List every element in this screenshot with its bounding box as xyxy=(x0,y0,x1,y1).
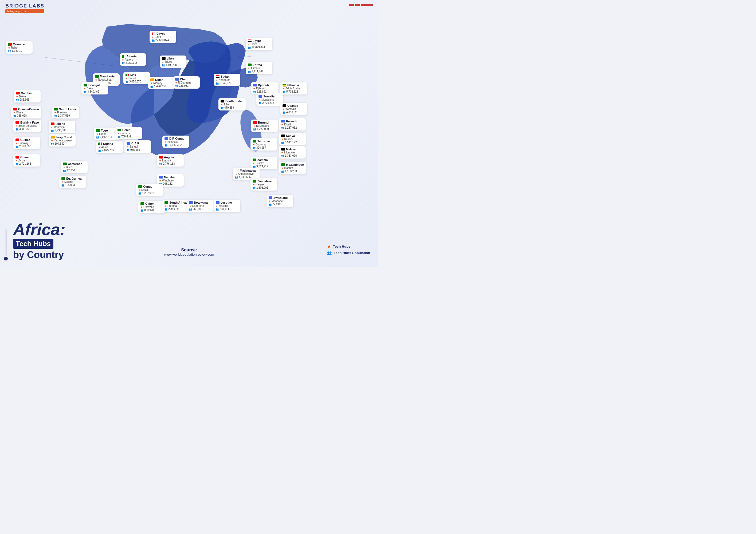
country-card-mozambique: Mozambique ★Maputo 👥1,193,253 xyxy=(279,162,306,174)
country-card-tanzania: Tanzania ★Dodoma 👥324,997 xyxy=(251,138,277,150)
country-card-burundi: Burundi ★Bujumbura 👥1,277,050 xyxy=(251,119,278,132)
main-container: BRIDGE LABS Infographics xyxy=(0,0,378,267)
legend-people-icon: 👥 xyxy=(327,251,332,255)
country-card-swaziland: Swaziland ★Mbabane 👥72,218 xyxy=(266,195,293,207)
country-card-senegal: Senegal ★Dakar 👥3,540,462 xyxy=(81,82,108,94)
country-card-zimbabwe: Zimbabwe ★Harare 👥1,603,201 xyxy=(251,178,277,191)
country-card-sudan: Sudan ★Khartoum 👥6,542,070 xyxy=(214,74,240,86)
legend-star-icon: ★ xyxy=(327,244,331,249)
legend-tech-hubs-label: Tech Hubs xyxy=(333,244,351,248)
title-text-block: Africa: Tech Hubs by Country xyxy=(13,221,66,261)
deco-bar-3 xyxy=(361,4,373,6)
vertical-line xyxy=(6,230,6,256)
country-card-liberia: Liberia ★Monrovia 👥1,735,365 xyxy=(49,121,75,133)
country-card-gabon: Gabon ★Libreville 👥883,920 xyxy=(138,201,165,213)
country-card-niger: Niger ★Niamey 👥1,496,258 xyxy=(148,77,175,89)
country-card-chad: Chad ★N'Djamena 👥721,081 xyxy=(173,76,200,89)
country-card-malawi: Malawi ★Lilongwe 👥1,333,096 xyxy=(279,146,306,159)
country-card-gambia: Gambia ★Banjul 👥985,965 xyxy=(14,90,40,102)
legend-population-label: Tech Hubs Population xyxy=(334,251,370,255)
brand-subtitle: Infographics xyxy=(5,9,44,13)
legend-tech-hubs: ★ Tech Hubs xyxy=(327,244,370,249)
country-card-angola: Angola ★Luanda 👥2,776,168 xyxy=(157,154,184,166)
country-card-burkina-faso: Burkina Faso ★Bobo-Dioulasso 👥360,106 xyxy=(14,119,41,132)
country-card-south-africa: South Africa ★Pretoria 👥2,889,899 xyxy=(162,200,189,212)
country-card-djibouti: Djibouti ★Djibouti 👥623,891 xyxy=(251,82,278,94)
top-right-decoration xyxy=(349,4,373,6)
country-card-guinea: Guinea ★Conakry 👥2,176,596 xyxy=(14,137,40,149)
country-card-nigeria: Nigeria ★Abuja 👥4,025,735 xyxy=(96,141,123,153)
brand-title: BRIDGE LABS xyxy=(5,3,44,9)
vertical-line-container xyxy=(4,230,8,261)
country-card-morocco: Morocco ★Rabat 👥1,989,197 xyxy=(6,41,33,54)
country-card-egypt: Egypt ★Cairo 👥22,623,874 xyxy=(246,38,272,50)
tech-hubs-label: Tech Hubs xyxy=(13,239,53,249)
country-card-eq-guinea: Eq. Guinea ★Malabo 👥155,963 xyxy=(59,176,86,188)
country-card-guinea-bissau: Guinea-Bissou ★Bissau 👥388,028 xyxy=(11,106,41,118)
country-card-congo: Congo ★Kigali 👥1,287,952 xyxy=(136,184,163,196)
country-card-kenya: Kenya ★Nairobi 👥5,541,172 xyxy=(279,133,306,145)
by-country-label: by Country xyxy=(13,249,66,261)
africa-title: Africa: xyxy=(13,221,66,238)
country-card-mali: Mali ★Bamako 👥3,050,570 xyxy=(123,72,150,84)
source-section: Source: www.worldpopulationreview.com xyxy=(164,248,214,256)
country-card-south-sudan: South Sudan ★Juba 👥479,359 xyxy=(218,98,246,111)
bottom-title-section: Africa: Tech Hubs by Country xyxy=(4,221,66,261)
country-card-rwanda: Rwanda ★Kigali 👥1,287,952 xyxy=(279,118,306,131)
legend-population: 👥 Tech Hubs Population xyxy=(327,251,370,255)
country-card-uganda: Uganda ★Kampala 👥4,050,826 xyxy=(281,103,307,115)
source-label: Source: xyxy=(164,248,214,252)
country-card-car: C.A.R ★Bangui 👥985,965 xyxy=(124,140,151,153)
source-url: www.worldpopulationreview.com xyxy=(164,252,214,256)
country-card-tunisia: Egypt ★Cairo 👥22,623,874 xyxy=(149,31,176,43)
country-card-benin: Benin ★Cotonou 👥738,444 xyxy=(115,127,142,139)
country-card-ghana: Ghana ★Accra 👥2,721,165 xyxy=(14,154,40,166)
country-card-dr-congo: D R Congo ★Kinshasa 👥17,032,322 xyxy=(162,136,189,148)
header: BRIDGE LABS Infographics xyxy=(5,3,44,13)
country-card-sierra-leone: Sierra Leone ★Freetown 👥1,347,559 xyxy=(52,106,79,118)
country-card-eritrea: Eritrea ★Asmara 👥1,111,748 xyxy=(246,62,272,74)
deco-bar-2 xyxy=(355,4,360,6)
country-card-ethiopia: Ethoipia ★Addis Ababa 👥5,703,628 xyxy=(281,82,307,94)
country-card-lesotho: Lesotho ★Maseru 👥208,411 xyxy=(214,200,240,212)
country-card-ivory-coast: Ivory Coast ★Yamoussoukro 👥194,530 xyxy=(49,134,76,146)
bottom-dot xyxy=(4,257,8,261)
country-card-botswana: Botswana ★Gaborone 👥269,000 xyxy=(187,200,214,212)
country-card-libya: Libya ★Tripoli 👥1,192,436 xyxy=(160,56,186,68)
legend-section: ★ Tech Hubs 👥 Tech Hubs Population xyxy=(327,244,370,256)
country-card-algeria: Algeria ★Algiers 👥2,952,115 xyxy=(120,53,146,66)
deco-bar-1 xyxy=(349,4,354,6)
country-card-cameroon: Cameroon ★Buea 👥47,300 xyxy=(61,161,88,173)
country-card-somalia: Somalia ★Mogadishu 👥2,726,815 xyxy=(256,93,283,106)
